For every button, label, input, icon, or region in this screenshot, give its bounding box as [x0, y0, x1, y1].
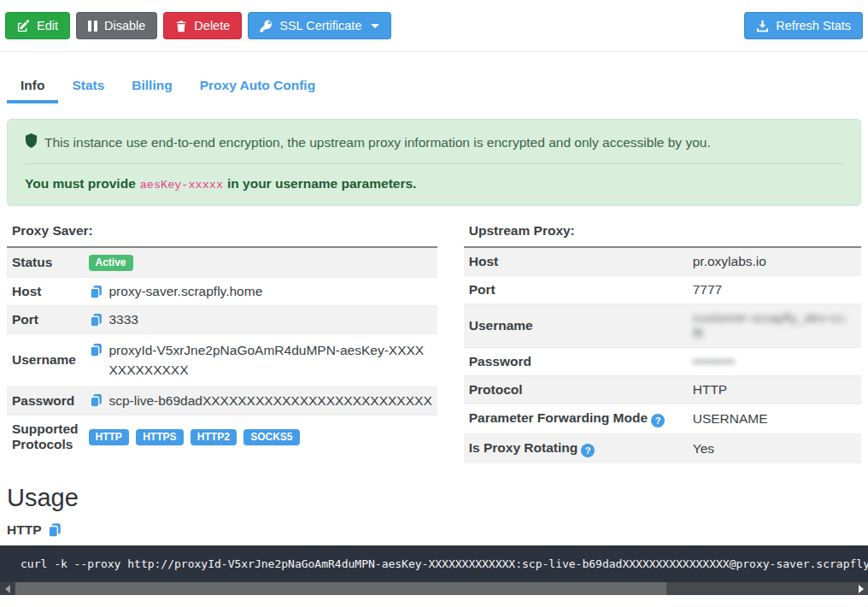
aeskey-note-suffix: in your username parameters.	[227, 176, 416, 191]
upstream-username-value-redacted: customer-scrapfly_dev-cc-fft	[693, 310, 848, 340]
table-row: Host pr.oxylabs.io	[464, 247, 861, 276]
proxy-saver-table: Proxy Saver: Status Active Host proxy-sa…	[7, 223, 437, 458]
scrollbar-left-arrow[interactable]	[0, 582, 15, 595]
tab-info[interactable]: Info	[7, 70, 58, 103]
usage-http-label: HTTP	[7, 522, 41, 538]
usage-http-row: HTTP	[7, 522, 861, 538]
aeskey-note-prefix: You must provide	[25, 176, 136, 191]
refresh-stats-button-label: Refresh Stats	[776, 19, 851, 32]
table-row: Username proxyId-V5xrJne2pNaGoAmR4duMPN-…	[7, 334, 437, 387]
scrollbar-thumb[interactable]	[15, 582, 666, 595]
rotating-value: Yes	[688, 434, 861, 464]
edit-button-label: Edit	[37, 19, 58, 32]
upstream-proxy-title: Upstream Proxy:	[464, 223, 861, 247]
protocol-badge-https: HTTPS	[136, 429, 183, 445]
help-icon[interactable]: ?	[581, 444, 595, 457]
chevron-down-icon	[371, 24, 379, 28]
table-row: Port 7777	[464, 276, 861, 304]
details-section: Proxy Saver: Status Active Host proxy-sa…	[7, 223, 861, 463]
copy-icon[interactable]	[89, 313, 103, 327]
shield-icon	[25, 133, 38, 151]
encryption-notice-text: This instance use end-to-end encryption,…	[44, 135, 711, 150]
aeskey-code: aesKey-xxxxx	[140, 179, 223, 192]
supported-protocols-label: Supported Protocols	[7, 415, 84, 458]
disable-button-label: Disable	[104, 19, 145, 32]
protocol-badge-http: HTTP	[89, 429, 129, 445]
table-row: Username customer-scrapfly_dev-cc-fft	[464, 304, 861, 348]
usage-title: Usage	[7, 484, 861, 512]
table-row: Supported Protocols HTTP HTTPS HTTP2 SOC…	[7, 415, 437, 458]
pause-icon	[88, 21, 97, 32]
forwarding-mode-value: USERNAME	[688, 404, 861, 434]
host-label: Host	[7, 278, 84, 306]
upstream-port-label: Port	[464, 276, 688, 304]
trash-icon	[175, 20, 187, 32]
scrollbar-right-arrow[interactable]	[853, 582, 868, 595]
table-row: Password •••••••••	[464, 348, 861, 376]
port-label: Port	[7, 306, 84, 334]
download-icon	[756, 20, 769, 32]
table-row: Password scp-live-b69dadXXXXXXXXXXXXXXXX…	[7, 386, 437, 415]
table-row: Port 3333	[7, 306, 437, 334]
supported-protocols-badges: HTTP HTTPS HTTP2 SOCKS5	[84, 415, 437, 458]
proxy-saver-username-value: proxyId-V5xrJne2pNaGoAmR4duMPN-aesKey-XX…	[109, 340, 432, 380]
key-icon	[260, 20, 273, 32]
protocol-badge-socks5: SOCKS5	[243, 429, 299, 445]
table-row: Host proxy-saver.scrapfly.home	[7, 278, 437, 306]
table-row: Protocol HTTP	[464, 376, 861, 404]
proxy-saver-title: Proxy Saver:	[7, 223, 437, 247]
status-badge: Active	[89, 255, 133, 271]
copy-icon[interactable]	[89, 285, 103, 299]
upstream-host-value: pr.oxylabs.io	[688, 247, 861, 276]
tab-billing[interactable]: Billing	[118, 70, 185, 103]
password-label: Password	[7, 386, 84, 415]
upstream-proxy-table: Upstream Proxy: Host pr.oxylabs.io Port …	[464, 223, 861, 463]
usage-code-block: curl -k --proxy http://proxyId-V5xrJne2p…	[0, 545, 868, 595]
upstream-protocol-label: Protocol	[464, 376, 688, 404]
tab-bar: Info Stats Billing Proxy Auto Config	[7, 70, 861, 103]
delete-button-label: Delete	[194, 19, 230, 32]
delete-button[interactable]: Delete	[163, 12, 242, 39]
encryption-alert: This instance use end-to-end encryption,…	[7, 119, 861, 206]
alert-divider	[25, 163, 843, 164]
copy-icon[interactable]	[89, 343, 103, 357]
copy-icon[interactable]	[89, 393, 103, 408]
aeskey-note: You must provideaesKey-xxxxxin your user…	[25, 176, 843, 192]
upstream-password-value-redacted: •••••••••	[693, 354, 735, 368]
upstream-protocol-value: HTTP	[688, 376, 861, 404]
table-row: Is Proxy Rotating? Yes	[464, 434, 861, 464]
help-icon[interactable]: ?	[651, 414, 665, 427]
upstream-host-label: Host	[464, 247, 688, 276]
proxy-saver-password-value: scp-live-b69dadXXXXXXXXXXXXXXXXXXXXXXXXX…	[109, 393, 432, 409]
ssl-certificate-button-label: SSL Certificate	[279, 19, 361, 32]
code-horizontal-scrollbar[interactable]	[0, 582, 868, 595]
table-row: Status Active	[7, 247, 437, 278]
rotating-label: Is Proxy Rotating	[469, 440, 578, 455]
protocol-badge-http2: HTTP2	[191, 429, 237, 445]
refresh-stats-button[interactable]: Refresh Stats	[744, 12, 863, 39]
table-row: Parameter Forwarding Mode? USERNAME	[464, 404, 861, 434]
disable-button[interactable]: Disable	[76, 12, 157, 39]
proxy-saver-port-value: 3333	[109, 312, 138, 327]
proxy-saver-host-value: proxy-saver.scrapfly.home	[109, 284, 263, 299]
toolbar: Edit Disable Delete SSL Certificate Refr…	[0, 0, 868, 52]
curl-command: curl -k --proxy http://proxyId-V5xrJne2p…	[0, 545, 868, 582]
tab-proxy-auto-config[interactable]: Proxy Auto Config	[186, 70, 329, 103]
upstream-password-label: Password	[464, 348, 688, 376]
action-button-group: Edit Disable Delete SSL Certificate	[5, 12, 391, 39]
tab-stats[interactable]: Stats	[58, 70, 118, 103]
ssl-certificate-button[interactable]: SSL Certificate	[248, 12, 391, 39]
pencil-icon	[17, 20, 30, 32]
upstream-port-value: 7777	[688, 276, 861, 304]
copy-icon[interactable]	[47, 522, 62, 538]
edit-button[interactable]: Edit	[5, 12, 70, 39]
status-label: Status	[7, 247, 84, 278]
forwarding-mode-label: Parameter Forwarding Mode	[469, 410, 648, 425]
upstream-username-label: Username	[464, 304, 688, 348]
username-label: Username	[7, 334, 84, 387]
